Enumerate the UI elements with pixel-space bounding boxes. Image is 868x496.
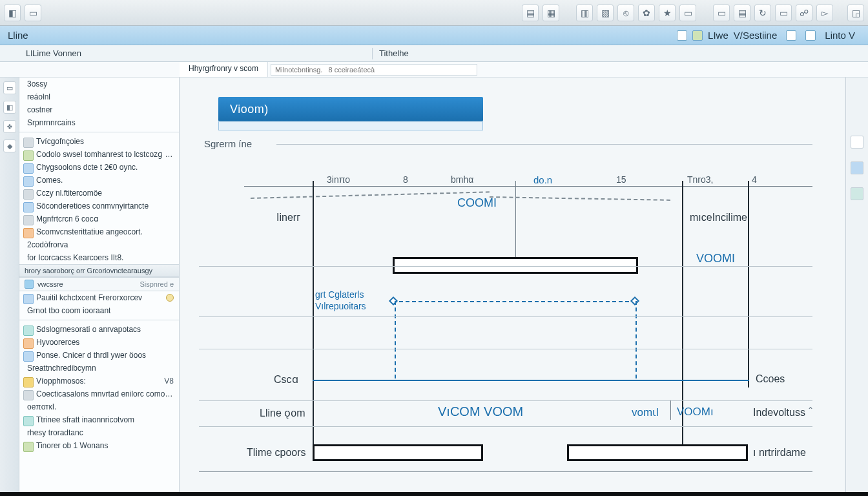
title-mini-icon-2[interactable] [692, 30, 703, 41]
tb-layout2-icon[interactable]: ▧ [597, 5, 614, 21]
dash-connector [393, 301, 636, 302]
gridline [199, 266, 812, 267]
sidebar-item[interactable]: Ponse. Cnicer d thrdl ywer öoos [19, 349, 179, 362]
right-tool-strip [846, 78, 868, 496]
tb-db-icon[interactable]: ▤ [734, 5, 750, 21]
sidebar-item[interactable]: Grnot tbo coom iooraant [19, 304, 179, 317]
sidebar-item[interactable]: Chygsoolons dcte t 2€0 oync. [19, 161, 179, 174]
diagram-title-under [218, 121, 483, 130]
subtitle-rule [276, 144, 812, 145]
csca-line [313, 380, 749, 381]
sidebar-item[interactable]: rhesy troradtanc [19, 426, 179, 439]
doc-center-label: Tithelhe [379, 48, 409, 58]
sidebar-item[interactable]: Ttrinee sfratt inaonnricotvom [19, 413, 179, 426]
rbtn-2[interactable] [851, 161, 863, 174]
diagram-title-button[interactable]: Vioom) [218, 97, 483, 121]
tab-history[interactable]: Hhyrgrfronry v scom [180, 62, 268, 77]
vline-right [748, 181, 749, 388]
diagram-canvas[interactable]: Vioom) Sgrerm íne 3inπo 8 bmhα do.n 15 T… [180, 78, 846, 496]
vbtn-4[interactable]: ◆ [3, 140, 16, 152]
title-right-1[interactable]: V/Sestiine [734, 30, 778, 41]
navigator-sidebar: 3ossy reáolnl costner Srpnrnnrcains Tvíc… [19, 78, 180, 496]
sub-tab-bar: Hhyrgrfronry v scom [0, 62, 868, 78]
bottom-axis [199, 471, 812, 472]
title-tab-2[interactable]: LIwe [708, 30, 728, 41]
sidebar-section-header-2[interactable]: hrory saoroborç orr Grcoriovnctearausgy [19, 264, 179, 277]
gridline [199, 400, 812, 401]
sidebar-item[interactable]: Sreattnchredibcymn [19, 362, 179, 375]
sidebar-group-2: Tvícgofnçoies Codolo swsel tomhanrest to… [19, 135, 179, 264]
bar-1[interactable] [393, 257, 638, 274]
gridline [199, 316, 812, 317]
sidebar-item[interactable]: reáolnl [19, 90, 179, 103]
sidebar-item[interactable]: Víopphmosos:V8 [19, 375, 179, 388]
tb-layout-icon[interactable]: ▥ [576, 5, 593, 21]
title-right-2[interactable]: Linto V [825, 30, 855, 41]
sidebar-item[interactable]: for Icorcacss Kearcoers IIt8. [19, 251, 179, 264]
rbtn-1[interactable] [851, 136, 863, 149]
sidebar-item[interactable]: Hyvoorerces [19, 336, 179, 349]
trend-dash-2 [490, 196, 670, 201]
title-right-icon-2[interactable] [805, 30, 816, 41]
tick: 3inπo [327, 174, 350, 185]
tb-corner-icon[interactable]: ◲ [847, 5, 864, 21]
sidebar-item[interactable]: 2codòfrorva [19, 238, 179, 251]
tick: 4 [752, 174, 757, 185]
window-titlebar: Lline LIwe V/Sestiine Linto V [0, 26, 868, 45]
marker-left [389, 296, 398, 305]
title-mini-icon-1[interactable] [677, 30, 687, 41]
tb-link-icon[interactable]: ⎋ [617, 5, 634, 21]
tb-open-icon[interactable]: ▭ [25, 5, 41, 21]
dash-drop-l [395, 301, 396, 378]
tick: Tnro3, [687, 174, 713, 185]
tick: 8 [403, 174, 408, 185]
tb-gear-icon[interactable]: ✿ [638, 5, 655, 21]
center-label: COOMI [457, 196, 497, 210]
sidebar-item[interactable]: Codolo swsel tomhanrest to lcstcozɡ Enst… [19, 148, 179, 161]
tb-doc-icon[interactable]: ◧ [4, 5, 21, 21]
tb-refresh-icon[interactable]: ↻ [754, 5, 771, 21]
sidebar-item[interactable]: Comes. [19, 174, 179, 187]
sidebar-item[interactable]: Sôconderetioes conmvnyirtancte [19, 200, 179, 212]
rbtn-3[interactable] [851, 187, 863, 200]
sidebar-item[interactable]: costner [19, 103, 179, 116]
tick: 15 [616, 174, 626, 185]
vbtn-3[interactable]: ❖ [3, 120, 16, 133]
vline-left [313, 181, 314, 459]
tab-search-input[interactable] [271, 64, 477, 76]
title-right-icon-1[interactable] [786, 30, 796, 41]
bar-bottom-2[interactable] [567, 444, 748, 461]
chevron-icon[interactable]: ⌃ [807, 406, 814, 415]
marker-right [630, 296, 639, 305]
sidebar-item[interactable]: Tvícgofnçoies [19, 135, 179, 148]
bar-bottom-1[interactable] [313, 444, 483, 461]
sidebar-item[interactable]: Tinorer ob 1 Wonans [19, 439, 179, 452]
row-label: Lline ǫom [260, 407, 305, 419]
sidebar-item[interactable]: оеπоткI. [19, 400, 179, 413]
voom-center: VıCOM VOOM [438, 404, 523, 419]
pin-icon [166, 294, 174, 302]
tb-save-icon[interactable]: ▭ [713, 5, 730, 21]
diagram-subtitle: Sgrerm íne [204, 138, 252, 149]
sidebar-item[interactable]: Mgnfrtcrcn 6 cocɑ [19, 212, 179, 225]
sidebar-item[interactable]: Srpnrnnrcains [19, 116, 179, 129]
tb-grid2-icon[interactable]: ▦ [542, 5, 559, 21]
tb-star-icon[interactable]: ★ [659, 5, 676, 21]
sidebar-item[interactable]: Cczy nl.ftitercomöe [19, 187, 179, 200]
sidebar-item[interactable]: Pauitil kchctxcent Frerorxorcev [19, 291, 179, 304]
pair-sep [670, 400, 671, 420]
sidebar-item[interactable]: 3ossy [19, 78, 179, 90]
sidebar-group-3: Pauitil kchctxcent Frerorxorcev Grnot tb… [19, 291, 179, 317]
tb-page-icon[interactable]: ▭ [679, 5, 696, 21]
vbtn-1[interactable]: ▭ [3, 81, 16, 94]
vbtn-2[interactable]: ◧ [3, 101, 16, 114]
sidebar-item[interactable]: Coecticasalons mnvrtad enilorc comomonou… [19, 388, 179, 400]
tb-users-icon[interactable]: ☍ [796, 5, 812, 21]
sidebar-item[interactable]: Scomvcnsterittatiue angeocort. [19, 225, 179, 238]
tb-grid-icon[interactable]: ▤ [522, 5, 539, 21]
sidebar-item[interactable]: Sdslogrnesorati o anrvapotacs [19, 323, 179, 336]
axis-top [244, 186, 812, 187]
tb-page2-icon[interactable]: ▭ [775, 5, 792, 21]
tb-export-icon[interactable]: ▻ [816, 5, 833, 21]
voom-pair1: vomɩl [632, 406, 659, 419]
